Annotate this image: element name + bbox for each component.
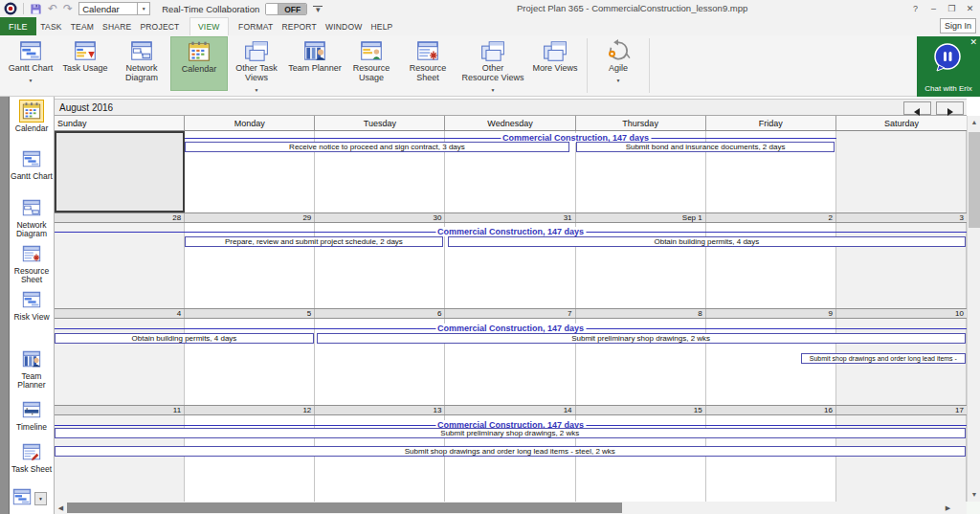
close-button[interactable]: ✕ — [962, 4, 978, 13]
summary-task-label[interactable]: Commercial Construction, 147 days — [435, 227, 586, 236]
task-bar[interactable]: Obtain building permits, 4 days — [448, 236, 965, 247]
menu-tab-format[interactable]: FORMAT — [234, 17, 278, 35]
calendar-icon — [187, 39, 212, 64]
day-cell[interactable] — [836, 131, 967, 212]
network-diagram-icon — [19, 196, 44, 219]
view-bar-more[interactable]: ▼ — [11, 486, 54, 511]
team-planner-icon — [19, 347, 44, 370]
help-button[interactable]: ? — [907, 4, 924, 13]
calendar-weeks: Commercial Construction, 147 daysReceive… — [55, 131, 967, 502]
menu-tab-window[interactable]: WINDOW — [321, 17, 367, 35]
summary-task-label[interactable]: Commercial Construction, 147 days — [435, 324, 586, 333]
day-cell[interactable] — [55, 223, 185, 308]
ribbon-button-gantt-chart[interactable]: Gantt Chart▼ — [6, 36, 56, 91]
date-label: 17 — [836, 406, 967, 414]
date-label: 29 — [185, 213, 315, 222]
qat-customize-icon[interactable]: ▾ — [313, 6, 323, 12]
collab-toggle[interactable]: OFF — [265, 3, 307, 15]
gantt-chart-icon — [18, 38, 43, 63]
chat-with-erix-button[interactable]: ✕ Chat with Erix — [917, 36, 980, 97]
redo-icon[interactable]: ↷ — [63, 2, 73, 15]
scroll-up-icon[interactable]: ▲ — [968, 116, 980, 129]
restore-button[interactable]: ❐ — [944, 4, 960, 13]
date-band: 45678910 — [55, 308, 967, 319]
horizontal-scrollbar[interactable]: ◀ ▶ — [55, 502, 967, 514]
menu-tab-share[interactable]: SHARE — [99, 17, 136, 35]
day-cell[interactable] — [55, 131, 185, 212]
task-bar[interactable]: Prepare, review and submit project sched… — [185, 236, 443, 247]
quick-access-toolbar: ↶ ↷ Calendar ▼ Real-Time Collaboration O… — [4, 0, 323, 17]
task-bar[interactable]: Receive notice to proceed and sign contr… — [185, 142, 569, 152]
ribbon-separator — [587, 38, 588, 93]
task-sheet-icon — [19, 440, 44, 463]
menu-tab-project[interactable]: PROJECT — [136, 17, 184, 35]
sign-in-button[interactable]: Sign In — [940, 18, 976, 34]
ribbon-button-task-usage[interactable]: Task Usage — [57, 36, 113, 91]
task-usage-icon — [73, 38, 98, 63]
day-cell[interactable] — [55, 319, 185, 405]
task-bar[interactable]: Submit preliminary shop drawings, 2 wks — [55, 428, 966, 438]
task-bar[interactable]: Submit shop drawings and order long lead… — [55, 446, 966, 457]
menu-tab-task[interactable]: TASK — [36, 17, 66, 35]
view-bar-item-team-planner[interactable]: TeamPlanner — [10, 347, 54, 390]
day-cell[interactable] — [576, 319, 706, 405]
view-bar-item-gantt-chart[interactable]: Gantt Chart — [10, 147, 54, 181]
ribbon-button-more-views[interactable]: More Views — [528, 36, 582, 91]
view-bar-item-calendar[interactable]: Calendar — [10, 100, 54, 133]
view-bar-item-risk-view[interactable]: Risk View — [10, 288, 54, 322]
day-header-saturday: Saturday — [836, 116, 967, 130]
task-bar[interactable]: Obtain building permits, 4 days — [55, 333, 314, 344]
scroll-down-icon[interactable]: ▼ — [968, 488, 980, 502]
view-bar-item-network-diagram[interactable]: NetworkDiagram — [10, 196, 54, 238]
menubar: FILETASKTEAMSHAREPROJECTVIEWFORMATREPORT… — [0, 17, 980, 35]
menu-tab-help[interactable]: HELP — [367, 17, 397, 35]
date-label: 10 — [836, 309, 967, 318]
menu-tab-report[interactable]: REPORT — [278, 17, 321, 35]
dropdown-caret-icon: ▼ — [255, 85, 259, 95]
date-label: 6 — [315, 309, 445, 318]
minimize-button[interactable]: – — [925, 4, 942, 13]
month-label: August 2016 — [59, 102, 113, 113]
ribbon-button-calendar[interactable]: Calendar — [170, 36, 228, 91]
ribbon-button-team-planner[interactable]: Team Planner — [285, 36, 345, 91]
scroll-right-icon[interactable]: ▶ — [942, 502, 954, 514]
menu-tab-view[interactable]: VIEW — [189, 17, 229, 35]
view-bar-item-task-sheet[interactable]: Task Sheet — [10, 440, 54, 474]
task-bar[interactable]: Submit bond and insurance documents, 2 d… — [576, 142, 835, 152]
ribbon-button-resource-sheet[interactable]: Resource Sheet — [398, 36, 457, 91]
scroll-left-icon[interactable]: ◀ — [55, 502, 67, 514]
week-row-0: Commercial Construction, 147 daysReceive… — [55, 131, 967, 212]
ribbon-button-network-diagram[interactable]: NetworkDiagram — [115, 36, 168, 91]
date-label: 4 — [55, 309, 185, 318]
chevron-down-icon[interactable]: ▼ — [137, 3, 149, 14]
task-bar[interactable]: Submit preliminary shop drawings, 2 wks — [317, 333, 966, 344]
save-icon[interactable] — [30, 3, 42, 15]
date-label: Sep 1 — [576, 213, 706, 222]
chat-close-icon[interactable]: ✕ — [969, 37, 977, 47]
next-week-button[interactable] — [936, 101, 964, 115]
window-controls: ? – ❐ ✕ — [907, 0, 978, 16]
chat-bubble-icon — [932, 42, 963, 73]
ribbon-button-other-resource-views[interactable]: OtherResource Views▼ — [459, 36, 526, 91]
vertical-scrollbar[interactable]: ▲ ▼ — [967, 116, 980, 502]
view-selector-dropdown[interactable]: Calendar ▼ — [78, 2, 150, 15]
ribbon-separator — [649, 38, 650, 93]
previous-week-button[interactable] — [903, 101, 931, 115]
view-bar-splitter[interactable] — [0, 97, 10, 514]
day-cell[interactable] — [185, 319, 315, 405]
vertical-scrollbar-thumb[interactable] — [969, 132, 980, 228]
day-cell[interactable] — [315, 319, 445, 405]
undo-icon[interactable]: ↶ — [48, 2, 57, 15]
menu-tab-file[interactable]: FILE — [0, 17, 36, 35]
date-label: 5 — [185, 309, 315, 318]
view-bar-item-resource-sheet[interactable]: ResourceSheet — [10, 242, 54, 284]
horizontal-scrollbar-thumb[interactable] — [67, 503, 622, 513]
date-label: 15 — [576, 406, 706, 414]
ribbon-button-other-task-views[interactable]: Other TaskViews▼ — [230, 36, 283, 91]
view-bar-dropdown[interactable]: ▼ — [34, 492, 47, 505]
menu-tab-team[interactable]: TEAM — [66, 17, 98, 35]
task-bar[interactable]: Submit shop drawings and order long lead… — [801, 353, 966, 364]
ribbon-button-agile[interactable]: Agile▼ — [592, 36, 644, 91]
ribbon-button-resource-usage[interactable]: ResourceUsage — [346, 36, 396, 91]
view-bar-item-timeline[interactable]: Timeline — [10, 398, 54, 432]
